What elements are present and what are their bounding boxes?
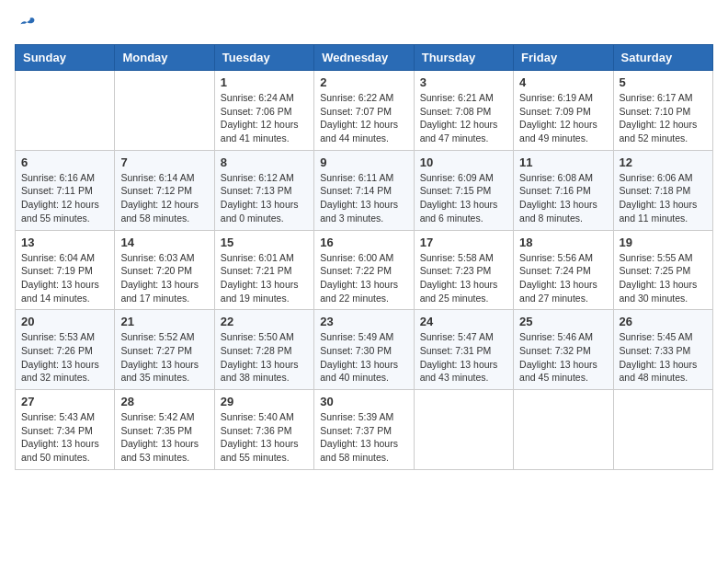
calendar-cell: 12Sunrise: 6:06 AM Sunset: 7:18 PM Dayli… xyxy=(613,150,712,230)
calendar-cell: 15Sunrise: 6:01 AM Sunset: 7:21 PM Dayli… xyxy=(214,230,313,310)
day-number: 21 xyxy=(120,315,208,328)
page-header xyxy=(15,15,713,35)
day-info: Sunrise: 6:14 AM Sunset: 7:12 PM Dayligh… xyxy=(120,171,208,225)
calendar-cell: 20Sunrise: 5:53 AM Sunset: 7:26 PM Dayli… xyxy=(16,310,115,390)
day-number: 17 xyxy=(420,236,507,249)
day-info: Sunrise: 5:39 AM Sunset: 7:37 PM Dayligh… xyxy=(320,410,407,465)
calendar-cell: 7Sunrise: 6:14 AM Sunset: 7:12 PM Daylig… xyxy=(115,150,214,230)
calendar-cell: 2Sunrise: 6:22 AM Sunset: 7:07 PM Daylig… xyxy=(314,71,414,151)
calendar-cell: 30Sunrise: 5:39 AM Sunset: 7:37 PM Dayli… xyxy=(314,390,414,470)
calendar-cell: 17Sunrise: 5:58 AM Sunset: 7:23 PM Dayli… xyxy=(414,230,513,310)
day-number: 24 xyxy=(420,315,507,328)
calendar-cell: 14Sunrise: 6:03 AM Sunset: 7:20 PM Dayli… xyxy=(115,230,214,310)
day-number: 23 xyxy=(320,315,407,328)
day-number: 10 xyxy=(420,155,507,169)
calendar-cell xyxy=(613,390,712,470)
day-number: 29 xyxy=(221,395,308,408)
day-number: 13 xyxy=(21,236,108,249)
day-info: Sunrise: 6:04 AM Sunset: 7:19 PM Dayligh… xyxy=(21,251,108,305)
day-info: Sunrise: 6:00 AM Sunset: 7:22 PM Dayligh… xyxy=(320,251,407,305)
day-info: Sunrise: 6:09 AM Sunset: 7:15 PM Dayligh… xyxy=(420,171,507,225)
day-number: 22 xyxy=(221,315,308,328)
day-info: Sunrise: 6:08 AM Sunset: 7:16 PM Dayligh… xyxy=(519,171,607,225)
day-info: Sunrise: 6:22 AM Sunset: 7:07 PM Dayligh… xyxy=(320,91,407,145)
calendar-day-header: Monday xyxy=(115,45,214,71)
day-number: 1 xyxy=(221,75,308,89)
day-number: 20 xyxy=(21,315,108,328)
day-number: 6 xyxy=(21,155,108,169)
day-info: Sunrise: 6:12 AM Sunset: 7:13 PM Dayligh… xyxy=(221,171,308,225)
day-number: 26 xyxy=(620,315,707,328)
calendar-day-header: Friday xyxy=(514,45,613,71)
calendar-cell: 5Sunrise: 6:17 AM Sunset: 7:10 PM Daylig… xyxy=(613,71,712,151)
day-number: 7 xyxy=(120,155,208,169)
calendar-week-row: 27Sunrise: 5:43 AM Sunset: 7:34 PM Dayli… xyxy=(16,390,713,470)
calendar-cell: 10Sunrise: 6:09 AM Sunset: 7:15 PM Dayli… xyxy=(414,150,513,230)
calendar-cell: 18Sunrise: 5:56 AM Sunset: 7:24 PM Dayli… xyxy=(514,230,613,310)
day-info: Sunrise: 6:19 AM Sunset: 7:09 PM Dayligh… xyxy=(519,91,607,145)
day-number: 4 xyxy=(519,75,607,89)
calendar-cell xyxy=(16,71,115,151)
calendar-cell: 24Sunrise: 5:47 AM Sunset: 7:31 PM Dayli… xyxy=(414,310,513,390)
day-info: Sunrise: 5:47 AM Sunset: 7:31 PM Dayligh… xyxy=(420,330,507,385)
day-number: 14 xyxy=(120,236,208,249)
logo-bird-icon xyxy=(17,15,37,35)
calendar-cell: 25Sunrise: 5:46 AM Sunset: 7:32 PM Dayli… xyxy=(514,310,613,390)
day-info: Sunrise: 5:40 AM Sunset: 7:36 PM Dayligh… xyxy=(221,410,308,465)
calendar-cell: 21Sunrise: 5:52 AM Sunset: 7:27 PM Dayli… xyxy=(115,310,214,390)
day-number: 2 xyxy=(320,75,407,89)
day-info: Sunrise: 5:50 AM Sunset: 7:28 PM Dayligh… xyxy=(221,330,308,385)
day-info: Sunrise: 5:52 AM Sunset: 7:27 PM Dayligh… xyxy=(120,330,208,385)
calendar-cell: 27Sunrise: 5:43 AM Sunset: 7:34 PM Dayli… xyxy=(16,390,115,470)
day-number: 12 xyxy=(620,155,707,169)
calendar-day-header: Wednesday xyxy=(314,45,414,71)
calendar-cell: 13Sunrise: 6:04 AM Sunset: 7:19 PM Dayli… xyxy=(16,230,115,310)
day-info: Sunrise: 5:42 AM Sunset: 7:35 PM Dayligh… xyxy=(120,410,208,465)
calendar-cell: 4Sunrise: 6:19 AM Sunset: 7:09 PM Daylig… xyxy=(514,71,613,151)
calendar-day-header: Thursday xyxy=(414,45,513,71)
calendar-cell: 6Sunrise: 6:16 AM Sunset: 7:11 PM Daylig… xyxy=(16,150,115,230)
calendar-cell: 8Sunrise: 6:12 AM Sunset: 7:13 PM Daylig… xyxy=(214,150,313,230)
calendar-cell xyxy=(115,71,214,151)
day-info: Sunrise: 5:55 AM Sunset: 7:25 PM Dayligh… xyxy=(620,251,707,305)
day-info: Sunrise: 6:11 AM Sunset: 7:14 PM Dayligh… xyxy=(320,171,407,225)
day-info: Sunrise: 6:03 AM Sunset: 7:20 PM Dayligh… xyxy=(120,251,208,305)
calendar-week-row: 20Sunrise: 5:53 AM Sunset: 7:26 PM Dayli… xyxy=(16,310,713,390)
calendar-week-row: 13Sunrise: 6:04 AM Sunset: 7:19 PM Dayli… xyxy=(16,230,713,310)
calendar-cell: 23Sunrise: 5:49 AM Sunset: 7:30 PM Dayli… xyxy=(314,310,414,390)
day-info: Sunrise: 6:06 AM Sunset: 7:18 PM Dayligh… xyxy=(620,171,707,225)
day-number: 18 xyxy=(519,236,607,249)
day-number: 19 xyxy=(620,236,707,249)
calendar-day-header: Saturday xyxy=(613,45,712,71)
day-number: 27 xyxy=(21,395,108,408)
day-info: Sunrise: 5:56 AM Sunset: 7:24 PM Dayligh… xyxy=(519,251,607,305)
day-number: 15 xyxy=(221,236,308,249)
calendar-cell: 19Sunrise: 5:55 AM Sunset: 7:25 PM Dayli… xyxy=(613,230,712,310)
calendar-day-header: Tuesday xyxy=(214,45,313,71)
calendar-week-row: 1Sunrise: 6:24 AM Sunset: 7:06 PM Daylig… xyxy=(16,71,713,151)
calendar-week-row: 6Sunrise: 6:16 AM Sunset: 7:11 PM Daylig… xyxy=(16,150,713,230)
day-info: Sunrise: 6:01 AM Sunset: 7:21 PM Dayligh… xyxy=(221,251,308,305)
day-info: Sunrise: 6:21 AM Sunset: 7:08 PM Dayligh… xyxy=(420,91,507,145)
calendar-cell: 3Sunrise: 6:21 AM Sunset: 7:08 PM Daylig… xyxy=(414,71,513,151)
calendar-cell xyxy=(514,390,613,470)
day-number: 8 xyxy=(221,155,308,169)
day-info: Sunrise: 5:46 AM Sunset: 7:32 PM Dayligh… xyxy=(519,330,607,385)
calendar-cell: 9Sunrise: 6:11 AM Sunset: 7:14 PM Daylig… xyxy=(314,150,414,230)
day-info: Sunrise: 6:24 AM Sunset: 7:06 PM Dayligh… xyxy=(221,91,308,145)
day-info: Sunrise: 5:43 AM Sunset: 7:34 PM Dayligh… xyxy=(21,410,108,465)
calendar-cell: 1Sunrise: 6:24 AM Sunset: 7:06 PM Daylig… xyxy=(214,71,313,151)
calendar-cell xyxy=(414,390,513,470)
day-info: Sunrise: 5:58 AM Sunset: 7:23 PM Dayligh… xyxy=(420,251,507,305)
day-number: 11 xyxy=(519,155,607,169)
day-number: 9 xyxy=(320,155,407,169)
day-info: Sunrise: 5:49 AM Sunset: 7:30 PM Dayligh… xyxy=(320,330,407,385)
day-number: 3 xyxy=(420,75,507,89)
calendar-header-row: SundayMondayTuesdayWednesdayThursdayFrid… xyxy=(16,45,713,71)
day-info: Sunrise: 6:17 AM Sunset: 7:10 PM Dayligh… xyxy=(620,91,707,145)
day-number: 25 xyxy=(519,315,607,328)
calendar-table: SundayMondayTuesdayWednesdayThursdayFrid… xyxy=(15,44,713,470)
calendar-cell: 11Sunrise: 6:08 AM Sunset: 7:16 PM Dayli… xyxy=(514,150,613,230)
calendar-cell: 26Sunrise: 5:45 AM Sunset: 7:33 PM Dayli… xyxy=(613,310,712,390)
calendar-cell: 22Sunrise: 5:50 AM Sunset: 7:28 PM Dayli… xyxy=(214,310,313,390)
